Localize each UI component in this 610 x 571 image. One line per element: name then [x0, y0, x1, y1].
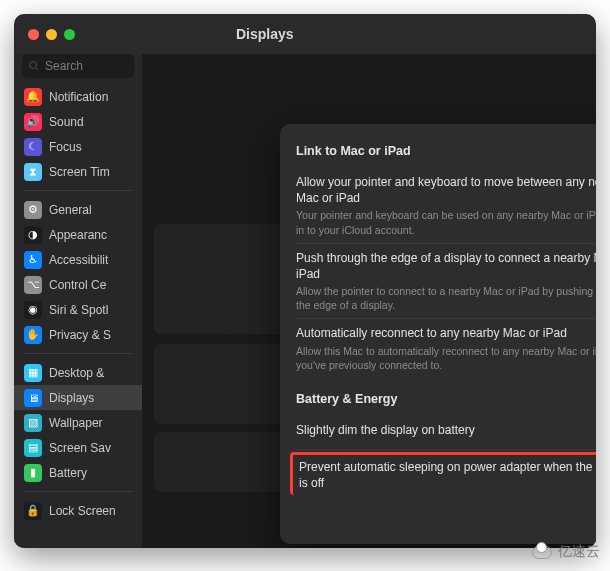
setting-description: Allow the pointer to connect to a nearby… [296, 284, 596, 312]
sidebar-item[interactable]: ⧗ Screen Tim [14, 159, 142, 184]
sidebar-item[interactable]: ☾ Focus [14, 134, 142, 159]
sidebar-item[interactable]: 🔔 Notification [14, 84, 142, 109]
setting-description: Allow this Mac to automatically reconnec… [296, 344, 596, 372]
sidebar-item[interactable]: ⚙ General [14, 197, 142, 222]
sidebar-item[interactable]: 🔊 Sound [14, 109, 142, 134]
sidebar-item-icon: ▦ [24, 364, 42, 382]
sidebar-item[interactable]: 🔒 Lock Screen [14, 498, 142, 523]
sidebar-item-label: Appearanc [49, 228, 107, 242]
search-input[interactable]: Search [22, 54, 134, 78]
setting-title: Allow your pointer and keyboard to move … [296, 174, 596, 206]
section-heading-link: Link to Mac or iPad [296, 144, 596, 158]
window-controls [14, 29, 75, 40]
page-title: Displays [236, 26, 294, 42]
sidebar-item-icon: 🔒 [24, 502, 42, 520]
sidebar-item-icon: ☾ [24, 138, 42, 156]
sidebar-item[interactable]: ⌥ Control Ce [14, 272, 142, 297]
sidebar-item-label: Screen Tim [49, 165, 110, 179]
sidebar-item-icon: 🖥 [24, 389, 42, 407]
setting-title: Slightly dim the display on battery [296, 422, 596, 438]
sidebar-item-label: Lock Screen [49, 504, 116, 518]
sidebar-item-label: Accessibilit [49, 253, 108, 267]
sidebar-item-icon: ▧ [24, 414, 42, 432]
sidebar-item-label: Sound [49, 115, 84, 129]
setting-title: Push through the edge of a display to co… [296, 250, 596, 282]
search-placeholder: Search [45, 59, 83, 73]
sidebar-item-label: Displays [49, 391, 94, 405]
titlebar: Displays [14, 14, 596, 54]
setting-row: Allow your pointer and keyboard to move … [296, 168, 596, 244]
sidebar-item-label: Focus [49, 140, 82, 154]
setting-title: Automatically reconnect to any nearby Ma… [296, 325, 596, 341]
sidebar-item[interactable]: 🖥 Displays [14, 385, 142, 410]
sidebar-item-icon: ⌥ [24, 276, 42, 294]
sidebar-item-label: Wallpaper [49, 416, 103, 430]
sidebar-list: 🔔 Notification 🔊 Sound ☾ Focus ⧗ Screen … [14, 84, 142, 548]
sidebar-item-icon: ♿︎ [24, 251, 42, 269]
minimize-icon[interactable] [46, 29, 57, 40]
section-heading-battery: Battery & Energy [296, 392, 596, 406]
sidebar-item[interactable]: ▧ Wallpaper [14, 410, 142, 435]
sidebar-item[interactable]: ▦ Desktop & [14, 360, 142, 385]
system-settings-window: Displays Search 🔔 Notification 🔊 Sound ☾… [14, 14, 596, 548]
setting-row-highlighted: Prevent automatic sleeping on power adap… [290, 452, 596, 495]
sidebar-item-label: Desktop & [49, 366, 104, 380]
svg-line-1 [36, 68, 39, 71]
sidebar-item-label: Siri & Spotl [49, 303, 108, 317]
sidebar-item[interactable]: ▮ Battery [14, 460, 142, 485]
setting-row: Automatically reconnect to any nearby Ma… [296, 319, 596, 378]
search-icon [28, 60, 40, 72]
sidebar-item-icon: ▮ [24, 464, 42, 482]
setting-description: Your pointer and keyboard can be used on… [296, 208, 596, 236]
setting-title: Prevent automatic sleeping on power adap… [299, 459, 596, 491]
sidebar-item-icon: 🔔 [24, 88, 42, 106]
svg-point-0 [30, 62, 37, 69]
sidebar-item-icon: ✋ [24, 326, 42, 344]
sidebar-item-label: Battery [49, 466, 87, 480]
watermark: 亿速云 [532, 543, 600, 561]
cloud-icon [532, 546, 552, 559]
sidebar-item-label: Screen Sav [49, 441, 111, 455]
sidebar-item-icon: ▤ [24, 439, 42, 457]
sidebar-item[interactable]: ♿︎ Accessibilit [14, 247, 142, 272]
sidebar-item[interactable]: ◉ Siri & Spotl [14, 297, 142, 322]
main-content: ＋ ▾ More Space fferent ɔ Calibrated ⌃ ig… [142, 54, 596, 548]
sidebar-item[interactable]: ✋ Privacy & S [14, 322, 142, 347]
sidebar-item-label: Control Ce [49, 278, 106, 292]
sidebar-item[interactable]: ▤ Screen Sav [14, 435, 142, 460]
advanced-settings-modal: Link to Mac or iPad Allow your pointer a… [280, 124, 596, 544]
sidebar: Search 🔔 Notification 🔊 Sound ☾ Focus ⧗ … [14, 54, 142, 548]
sidebar-item-icon: ◑ [24, 226, 42, 244]
sidebar-item-icon: ⚙ [24, 201, 42, 219]
sidebar-item-label: Notification [49, 90, 108, 104]
sidebar-item-label: General [49, 203, 92, 217]
sidebar-item-icon: ⧗ [24, 163, 42, 181]
sidebar-item-icon: 🔊 [24, 113, 42, 131]
setting-row: Slightly dim the display on battery [296, 416, 596, 450]
sidebar-item-icon: ◉ [24, 301, 42, 319]
sidebar-item[interactable]: ◑ Appearanc [14, 222, 142, 247]
sidebar-item-label: Privacy & S [49, 328, 111, 342]
setting-row: Push through the edge of a display to co… [296, 244, 596, 320]
close-icon[interactable] [28, 29, 39, 40]
watermark-text: 亿速云 [558, 543, 600, 561]
zoom-icon[interactable] [64, 29, 75, 40]
